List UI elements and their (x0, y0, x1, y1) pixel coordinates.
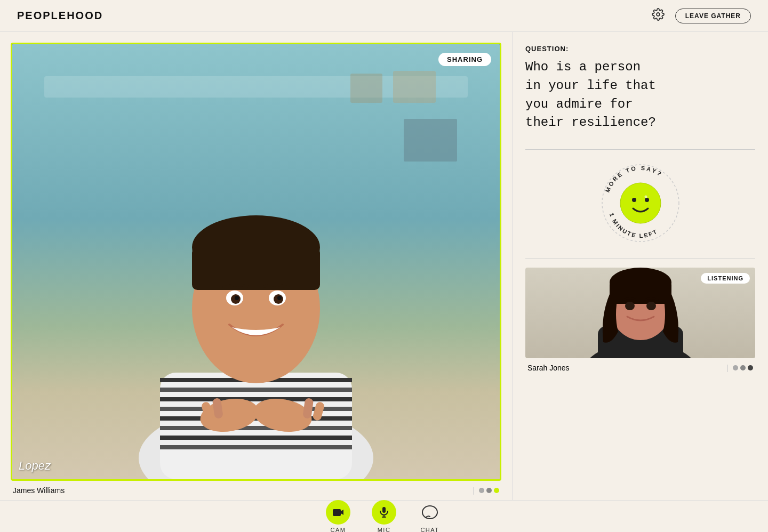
svg-point-31 (632, 198, 636, 202)
main-content: SHARING Lopez James Williams | QUESTION:… (0, 32, 768, 500)
chat-label: CHAT (420, 527, 439, 533)
bottom-controls: CAM MIC CHAT (0, 500, 768, 532)
video-wrapper: SHARING Lopez (11, 43, 501, 481)
dot-s2 (740, 365, 746, 370)
timer-circle: MORE TO SAY? 1 MINUTE LEFT (598, 160, 683, 246)
svg-point-32 (645, 198, 649, 202)
mic-label: MIC (378, 527, 391, 533)
svg-point-0 (657, 13, 660, 16)
cam-button[interactable]: CAM (326, 500, 350, 533)
listener-card: LISTENING (525, 268, 755, 358)
speaker-name-bar: James Williams | (11, 481, 501, 500)
svg-rect-4 (160, 388, 352, 392)
svg-rect-43 (333, 509, 341, 516)
question-label: QUESTION: (525, 45, 755, 53)
cam-icon (332, 506, 345, 519)
speaker-status-dots (479, 488, 499, 493)
mic-button[interactable]: MIC (372, 500, 396, 533)
svg-rect-44 (382, 507, 386, 513)
dot-s3 (748, 365, 753, 370)
listener-graphic (561, 268, 721, 358)
leave-gather-button[interactable]: LEAVE GATHER (675, 9, 751, 23)
sharing-badge: SHARING (438, 53, 491, 66)
listener-name: Sarah Jones (527, 364, 570, 372)
settings-icon[interactable] (652, 8, 665, 24)
svg-point-41 (625, 302, 635, 310)
header: PEOPLEHOOD LEAVE GATHER (0, 0, 768, 32)
separator: | (473, 486, 475, 495)
svg-rect-9 (160, 436, 352, 440)
listening-badge: LISTENING (701, 273, 750, 284)
question-text: Who is a personin your life thatyou admi… (525, 58, 755, 132)
svg-rect-14 (192, 247, 320, 290)
timer-container: MORE TO SAY? 1 MINUTE LEFT (525, 160, 755, 246)
svg-point-33 (644, 196, 647, 198)
right-panel: QUESTION: Who is a personin your life th… (512, 32, 768, 500)
mic-icon (378, 506, 390, 519)
mic-icon-circle (372, 500, 396, 525)
cam-label: CAM (331, 527, 346, 533)
svg-point-42 (646, 302, 656, 310)
svg-rect-8 (160, 426, 352, 430)
chat-icon-plain (418, 500, 442, 525)
speaker-name: James Williams (13, 486, 65, 495)
dot-2 (486, 488, 492, 493)
svg-rect-10 (160, 445, 352, 449)
divider-2 (525, 259, 755, 259)
dot-1 (479, 488, 484, 493)
lopez-label: Lopez (19, 459, 51, 473)
listener-status-dots (733, 365, 753, 370)
separator-2: | (726, 364, 729, 372)
dot-3 (494, 488, 499, 493)
svg-rect-40 (610, 283, 671, 304)
divider-1 (525, 149, 755, 150)
logo: PEOPLEHOOD (17, 10, 103, 22)
svg-point-20 (277, 296, 282, 300)
video-section: SHARING Lopez James Williams | (0, 32, 512, 500)
chat-button[interactable]: CHAT (418, 500, 442, 533)
svg-point-30 (620, 183, 661, 223)
listener-name-bar: Sarah Jones | (525, 358, 755, 377)
svg-point-19 (235, 296, 239, 300)
speaker-video-graphic (107, 149, 405, 479)
chat-icon (421, 504, 438, 521)
header-right: LEAVE GATHER (652, 8, 751, 24)
svg-rect-5 (160, 397, 352, 401)
dot-s1 (733, 365, 738, 370)
cam-icon-circle (326, 500, 350, 525)
